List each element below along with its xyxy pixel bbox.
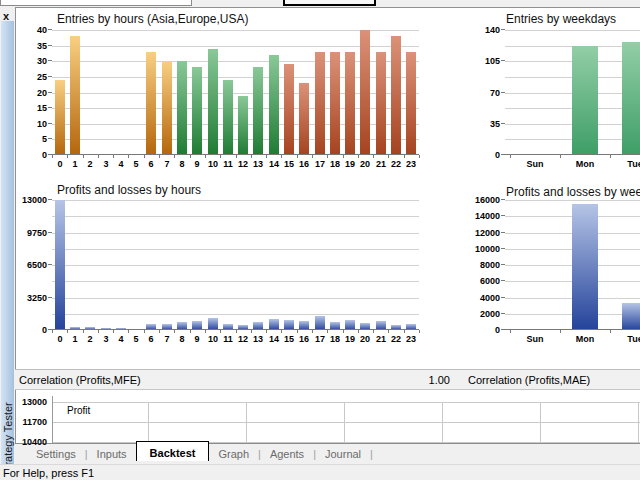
toolbar-clipped-strip	[0, 0, 640, 7]
y-tick	[501, 264, 505, 265]
x-tick	[113, 155, 114, 158]
x-tick	[419, 330, 420, 333]
bar-11	[223, 80, 233, 155]
chart-title-entries-by-weekdays: Entries by weekdays	[506, 12, 616, 26]
x-tick	[373, 330, 374, 333]
y-tick-label: 13000	[3, 195, 47, 205]
y-tick	[501, 29, 505, 30]
y-tick-label: 12000	[456, 228, 500, 238]
toolbar-default-button-edge[interactable]	[283, 0, 376, 6]
y-tick	[48, 264, 52, 265]
y-tick-label: 11700	[3, 417, 47, 427]
x-tick	[174, 155, 175, 158]
x-tick	[343, 330, 344, 333]
y-tick-label: 9750	[3, 228, 47, 238]
y-tick-label: 13000	[3, 397, 47, 407]
gridline	[53, 402, 640, 403]
x-tick	[83, 155, 84, 158]
y-tick-label: 0	[456, 150, 500, 160]
bar-14	[269, 55, 279, 155]
bar-6	[146, 52, 156, 155]
x-tick	[510, 330, 511, 333]
y-tick-label: 14000	[456, 211, 500, 221]
gridline	[344, 402, 345, 443]
y-tick-label: 10400	[3, 437, 47, 447]
x-tick-label: Tue	[620, 159, 640, 169]
gridline	[52, 298, 419, 299]
x-tick	[266, 330, 267, 333]
y-tick-label: 3250	[3, 293, 47, 303]
x-tick	[220, 155, 221, 158]
y-tick-label: 20	[3, 88, 47, 98]
x-tick	[312, 155, 313, 158]
x-tick	[266, 155, 267, 158]
bar-16	[299, 83, 309, 155]
y-tick-label: 5	[3, 134, 47, 144]
y-tick-label: 40	[3, 25, 47, 35]
x-tick	[297, 155, 298, 158]
tab-journal[interactable]: Journal	[316, 444, 370, 460]
y-tick	[501, 248, 505, 249]
toolbar-combobox-edge[interactable]	[0, 0, 192, 6]
x-tick	[388, 330, 389, 333]
bar-17	[315, 316, 325, 330]
x-tick	[560, 330, 561, 333]
y-tick	[48, 107, 52, 108]
bar-13	[253, 67, 263, 155]
gridline	[442, 402, 443, 443]
gridline	[52, 200, 419, 201]
tab-graph[interactable]: Graph	[209, 444, 258, 460]
x-tick	[128, 155, 129, 158]
y-tick	[501, 215, 505, 216]
x-tick	[404, 155, 405, 158]
x-tick	[281, 330, 282, 333]
y-tick	[501, 297, 505, 298]
x-tick	[190, 155, 191, 158]
x-tick-label: Sun	[520, 159, 550, 169]
x-tick	[404, 330, 405, 333]
bar-17	[315, 52, 325, 155]
tab-backtest[interactable]: Backtest	[136, 441, 210, 461]
status-text: For Help, press F1	[3, 467, 94, 479]
y-tick-label: 35	[456, 119, 500, 129]
bar-10	[208, 49, 218, 155]
x-tick	[128, 330, 129, 333]
x-tick	[113, 330, 114, 333]
gridline	[246, 402, 247, 443]
y-tick-label: 30	[3, 56, 47, 66]
tab-inputs[interactable]: Inputs	[88, 444, 136, 460]
y-tick-label: 105	[456, 56, 500, 66]
x-tick	[358, 330, 359, 333]
x-tick	[560, 155, 561, 158]
x-tick	[327, 330, 328, 333]
x-tick	[419, 155, 420, 158]
y-tick	[48, 232, 52, 233]
bar-19	[345, 52, 355, 155]
x-tick	[610, 330, 611, 333]
y-tick-label: 10	[3, 119, 47, 129]
y-tick	[501, 232, 505, 233]
bar-12	[238, 96, 248, 155]
x-tick	[373, 155, 374, 158]
y-tick-label: 6500	[3, 260, 47, 270]
y-tick-label: 35	[3, 41, 47, 51]
gridline	[52, 249, 419, 250]
tab-agents[interactable]: Agents	[261, 444, 313, 460]
y-tick	[501, 92, 505, 93]
profit-legend: Profit	[67, 405, 90, 416]
tab-bar: Settings|InputsBacktestGraph|Agents|Jour…	[15, 443, 640, 464]
x-tick-label: Mon	[570, 334, 600, 344]
x-tick	[67, 155, 68, 158]
y-tick	[501, 60, 505, 61]
bar-Tue	[622, 303, 640, 330]
x-tick-label: Tue	[620, 334, 640, 344]
gridline	[52, 233, 419, 234]
y-tick-label: 2000	[456, 309, 500, 319]
bar-20	[360, 30, 370, 155]
x-tick	[83, 330, 84, 333]
x-tick	[388, 155, 389, 158]
gridline	[53, 422, 640, 423]
x-tick	[236, 330, 237, 333]
x-axis-line	[48, 329, 419, 330]
y-tick-label: 8000	[456, 260, 500, 270]
